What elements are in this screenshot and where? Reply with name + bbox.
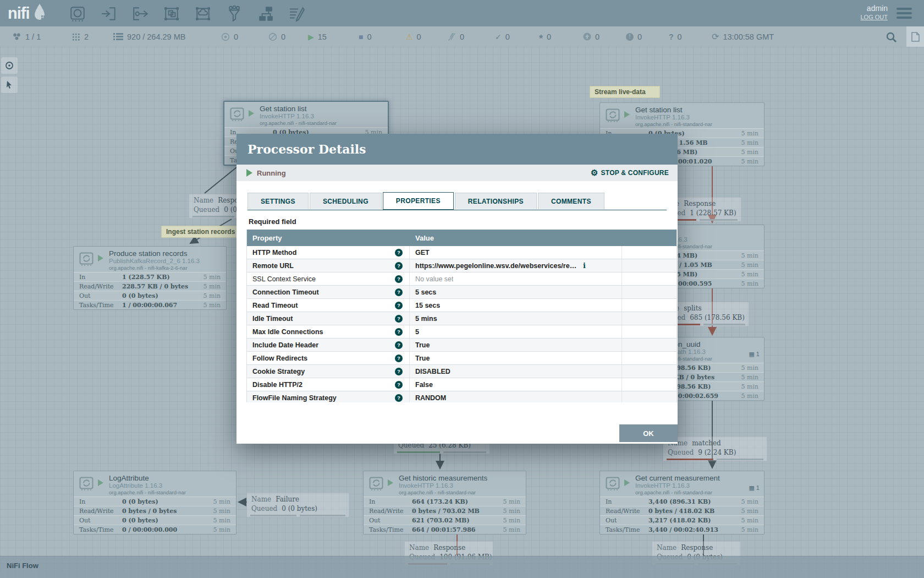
processor-card-log-attribute[interactable]: LogAttribute LogAttribute 1.16.3 org.apa…	[73, 471, 237, 535]
processor-name: Get current measurement	[635, 474, 720, 482]
template-icon[interactable]	[256, 5, 276, 23]
info-icon[interactable]: i	[583, 261, 586, 270]
help-icon[interactable]: ?	[395, 381, 403, 389]
canvas-label-stream-live-data[interactable]: Stream live-data	[590, 86, 660, 98]
stale-versioned-icon	[583, 32, 591, 41]
property-row[interactable]: Max Idle Connections ? 5	[247, 325, 676, 339]
help-icon[interactable]: ?	[395, 302, 403, 309]
tab-relationships[interactable]: RELATIONSHIPS	[455, 193, 537, 209]
help-icon[interactable]: ?	[395, 275, 403, 283]
tab-settings[interactable]: SETTINGS	[248, 193, 309, 209]
queued-items-status: 920 / 264.29 MB	[113, 26, 185, 47]
processor-type-icon	[79, 252, 94, 269]
property-name: Cookie Strategy	[252, 368, 395, 375]
property-row[interactable]: Include Date Header ? True	[247, 339, 676, 352]
tab-comments[interactable]: COMMENTS	[538, 193, 604, 209]
funnel-icon[interactable]	[224, 5, 244, 23]
help-icon[interactable]: ?	[395, 355, 403, 362]
property-row[interactable]: FlowFile Naming Strategy ? RANDOM	[247, 391, 676, 402]
property-value[interactable]: 15 secs	[415, 302, 440, 309]
queue-percent-bars	[397, 451, 486, 453]
tab-scheduling[interactable]: SCHEDULING	[310, 193, 382, 209]
ok-button[interactable]: OK	[619, 424, 678, 442]
property-value[interactable]: RANDOM	[415, 394, 446, 402]
invalid-components-icon: ⚠	[406, 32, 413, 41]
property-row[interactable]: Connection Timeout ? 5 secs	[247, 286, 676, 299]
transmitting-groups-status: 0	[221, 26, 238, 47]
property-value[interactable]: 5	[415, 328, 419, 336]
help-icon[interactable]: ?	[395, 262, 403, 270]
processor-name: Get station list	[260, 105, 307, 113]
running-components-icon: ▶	[308, 32, 314, 41]
search-icon[interactable]	[886, 31, 898, 43]
stale-versioned-status: 0	[583, 26, 600, 47]
current-user: admin	[860, 4, 888, 13]
property-name: Connection Timeout	[252, 288, 395, 296]
navigate-palette-button[interactable]	[1, 57, 18, 74]
required-field-note: Required field	[249, 217, 296, 226]
processor-type-icon	[606, 477, 620, 493]
processor-card-produce-station-records[interactable]: Produce station records PublishKafkaReco…	[73, 246, 227, 310]
operate-palette-button[interactable]	[1, 77, 18, 93]
dialog-body: SETTINGSSCHEDULINGPROPERTIESRELATIONSHIP…	[237, 181, 678, 444]
property-row[interactable]: Idle Timeout ? 5 mins	[247, 312, 676, 325]
stat-row: Out 0 (0 bytes) 5 min	[74, 515, 236, 525]
process-group-icon[interactable]	[162, 5, 182, 23]
label-icon[interactable]	[287, 5, 307, 23]
processor-card-get-current-measurement[interactable]: Get current measurement InvokeHTTP 1.16.…	[600, 471, 765, 535]
refresh-icon[interactable]: ⟳	[712, 31, 719, 42]
processor-type: InvokeHTTP 1.16.3	[635, 114, 690, 121]
property-row[interactable]: Disable HTTP/2 ? False	[247, 378, 676, 391]
help-icon[interactable]: ?	[395, 328, 403, 336]
property-row[interactable]: HTTP Method ? GET	[247, 246, 676, 259]
logout-link[interactable]: LOG OUT	[860, 13, 888, 21]
global-menu-icon[interactable]	[897, 8, 912, 19]
property-value[interactable]: No value set	[415, 275, 453, 283]
breadcrumb[interactable]: NiFi Flow	[7, 561, 38, 570]
property-value[interactable]: 5 mins	[415, 315, 437, 323]
property-value[interactable]: https://www.pegelonline.wsv.de/webservic…	[415, 262, 578, 270]
property-row[interactable]: Read Timeout ? 15 secs	[247, 299, 676, 312]
canvas-label-ingest-station-records[interactable]: Ingest station records	[161, 226, 241, 238]
processor-type: InvokeHTTP 1.16.3	[399, 482, 453, 489]
property-row[interactable]: Remote URL ? https://www.pegelonline.wsv…	[247, 259, 676, 272]
tab-properties[interactable]: PROPERTIES	[383, 192, 454, 210]
help-icon[interactable]: ?	[395, 368, 403, 375]
input-port-icon[interactable]	[99, 5, 119, 23]
processor-type: LogAttribute 1.16.3	[109, 482, 162, 489]
processor-card-get-historic-measurements[interactable]: Get historic measurements InvokeHTTP 1.1…	[363, 471, 526, 535]
output-port-icon[interactable]	[130, 5, 150, 23]
property-value[interactable]: True	[415, 341, 430, 349]
connection-label[interactable]: NamematchedQueued9 (2.24 KB)	[663, 437, 767, 461]
property-row[interactable]: SSL Context Service ? No value set	[247, 272, 676, 286]
help-icon[interactable]: ?	[395, 341, 403, 349]
connection-label[interactable]: NameFailureQueued0 (0 bytes)	[246, 493, 349, 517]
property-row[interactable]: Follow Redirects ? True	[247, 352, 676, 365]
help-icon[interactable]: ?	[395, 288, 403, 296]
processor-type: InvokeHTTP 1.16.3	[260, 113, 314, 119]
last-refresh-time[interactable]: ⟳13:00:58 GMT	[712, 26, 774, 47]
property-value[interactable]: True	[415, 355, 430, 362]
processor-state: Running	[257, 169, 286, 177]
property-value[interactable]: GET	[415, 249, 430, 257]
help-icon[interactable]: ?	[395, 249, 403, 257]
processor-name: Produce station records	[109, 249, 188, 258]
disabled-components-status: 0	[448, 26, 464, 47]
breadcrumb-bar: NiFi Flow	[0, 556, 924, 578]
tasks-badge: ▦ 1	[749, 484, 760, 492]
stat-row: Read/Write 0 bytes / 418.02 KB 5 min	[600, 506, 764, 515]
remote-process-group-icon[interactable]	[193, 5, 213, 23]
processor-icon[interactable]	[68, 5, 87, 23]
help-icon[interactable]: ?	[395, 394, 403, 402]
property-row[interactable]: Cookie Strategy ? DISABLED	[247, 365, 676, 378]
property-value[interactable]: 5 secs	[415, 288, 436, 296]
bulletin-board-button[interactable]	[906, 26, 924, 47]
value-column-header: Value	[410, 234, 622, 242]
property-value[interactable]: DISABLED	[415, 368, 450, 375]
dialog-header: Processor Details	[237, 134, 678, 165]
up-to-date-versioned-icon: ✓	[495, 32, 502, 41]
stop-and-configure-button[interactable]: ⚙ STOP & CONFIGURE	[591, 168, 669, 178]
property-value[interactable]: False	[415, 381, 433, 389]
processor-bundle: org.apache.nifi - nifi-kafka-2-6-nar	[109, 265, 188, 271]
help-icon[interactable]: ?	[395, 315, 403, 323]
